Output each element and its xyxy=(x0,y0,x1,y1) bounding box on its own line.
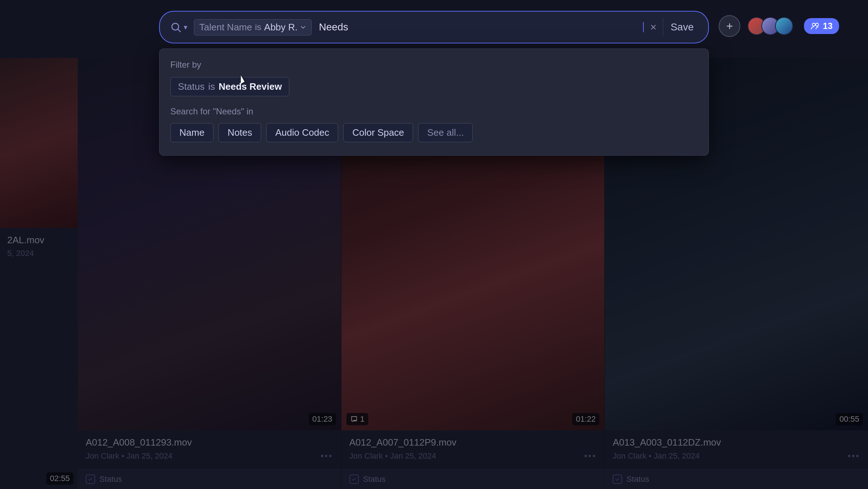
search-in-audio-codec[interactable]: Audio Codec xyxy=(266,123,338,142)
search-in-options: Name Notes Audio Codec Color Space See a… xyxy=(170,123,698,142)
chip-talent-val: Abby R. xyxy=(264,22,306,33)
add-button[interactable]: + xyxy=(719,15,740,37)
search-input-area: Needs xyxy=(315,21,644,33)
search-icon xyxy=(170,21,182,33)
save-button[interactable]: Save xyxy=(663,18,701,36)
fo-status-label: Status xyxy=(178,81,205,92)
search-dropdown-arrow[interactable]: ▾ xyxy=(184,23,187,31)
search-in-color-space[interactable]: Color Space xyxy=(343,123,413,142)
chip-talent-label: Talent Name xyxy=(199,22,252,33)
avatar-3 xyxy=(775,17,793,35)
fo-status-op: is xyxy=(208,81,215,92)
search-in-name[interactable]: Name xyxy=(170,123,213,142)
svg-line-1 xyxy=(178,29,180,32)
search-in-notes[interactable]: Notes xyxy=(218,123,261,142)
dropdown-panel: Filter by Status is Needs Review Search … xyxy=(159,49,709,156)
group-icon xyxy=(810,21,820,31)
search-icon-wrap: ▾ xyxy=(167,21,190,33)
svg-point-0 xyxy=(172,23,179,30)
filter-by-label: Filter by xyxy=(170,60,698,70)
search-bar: ▾ Talent Name is Abby R. Needs × Save xyxy=(159,11,709,43)
chip-dropdown-icon[interactable] xyxy=(300,24,306,30)
svg-point-3 xyxy=(816,23,818,26)
search-container: ▾ Talent Name is Abby R. Needs × Save Fi… xyxy=(159,11,709,43)
group-badge[interactable]: 13 xyxy=(804,18,839,34)
search-in-label: Search for "Needs" in xyxy=(170,106,698,117)
text-cursor xyxy=(643,22,644,32)
search-input-text: Needs xyxy=(315,21,642,33)
header-actions: + 13 xyxy=(719,15,839,37)
fo-status-val: Needs Review xyxy=(219,81,282,92)
search-in-see-all[interactable]: See all... xyxy=(418,123,473,142)
user-avatars xyxy=(748,17,793,35)
filter-option-status[interactable]: Status is Needs Review xyxy=(170,77,289,96)
talent-filter-chip[interactable]: Talent Name is Abby R. xyxy=(194,19,312,35)
group-count: 13 xyxy=(823,21,833,31)
chip-talent-op: is xyxy=(255,22,261,32)
svg-point-2 xyxy=(812,23,815,26)
clear-button[interactable]: × xyxy=(647,22,660,33)
